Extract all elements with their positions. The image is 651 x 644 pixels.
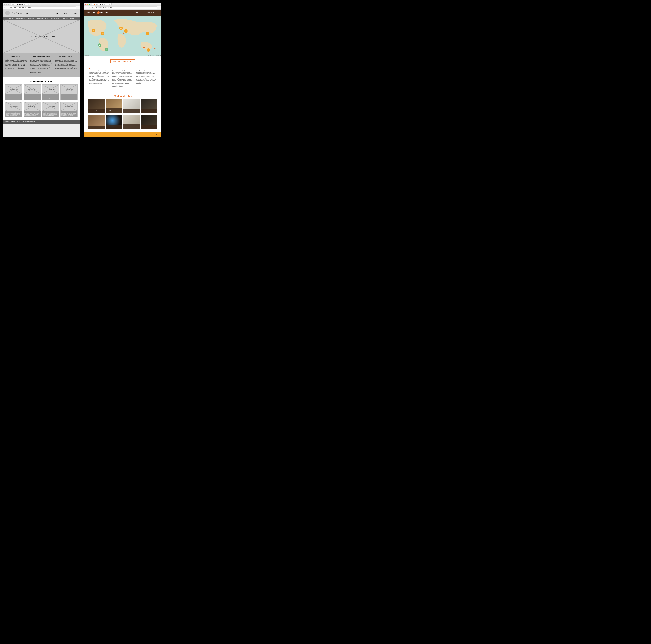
titlebar: TheFramebuilders ×: [3, 3, 80, 6]
close-icon[interactable]: ×: [110, 4, 110, 5]
insta-card[interactable]: INSTAGRAM FEEDLorem ipsum dolor sit amet…: [60, 84, 78, 100]
nav-list[interactable]: LIST: [142, 12, 145, 13]
footer: © 2018 THE FRAMEBUILDERS | ALL RIGHTS RE…: [3, 120, 80, 124]
view-list-button[interactable]: VIEW AS COUNTRY LIST: [110, 59, 135, 63]
main-nav: ABOUT LIST CONTACT: [134, 12, 158, 14]
reload-icon[interactable]: ⟳: [10, 7, 12, 9]
nav-about[interactable]: ABOUT: [64, 12, 68, 14]
back-icon[interactable]: ←: [85, 7, 87, 9]
favicon-icon: [94, 4, 95, 5]
insta-card[interactable]: @demon frameworks and their great lugs. …: [141, 115, 157, 129]
filter-steel[interactable]: STEEL FRAMES: [16, 18, 23, 19]
terms-link[interactable]: Terms of Use: [155, 55, 161, 56]
filter-bar: SHOW ALL| STEEL FRAMES| TITANIUM FRAMES|…: [3, 17, 80, 20]
insta-card[interactable]: INSTAGRAM FEEDLorem ipsum dolor sit amet…: [24, 101, 41, 118]
map-pin-icon[interactable]: [154, 48, 156, 50]
instagram-grid: INSTAGRAM FEEDLorem ipsum dolor sit amet…: [3, 84, 80, 120]
col-database: LOCAL AND GLOBAL DATABASEThis map was cr…: [113, 67, 133, 87]
map-label: CUSTOMIZED GOOGLE MAP: [3, 20, 80, 53]
instagram-grid: This is framebuilder @pedalinobikes from…: [84, 99, 161, 132]
nav-contact[interactable]: CONTACT: [71, 12, 78, 14]
map-credits: Map data ©2018 Terms of Use: [148, 55, 161, 56]
insta-card[interactable]: INSTAGRAM FEEDLorem ipsum dolor sit amet…: [60, 101, 78, 118]
logo-badge-icon: F: [97, 11, 100, 14]
insta-card[interactable]: @tomii cycles from Austin, Texas ✦ #thef…: [141, 99, 157, 114]
map-pin-icon[interactable]: [123, 32, 125, 34]
main-nav: SEARCH ABOUT CONTACT: [56, 12, 78, 14]
close-icon[interactable]: ×: [28, 4, 29, 5]
search-icon[interactable]: [156, 12, 158, 14]
url-field[interactable]: https://theframebuilders.com/: [95, 6, 157, 9]
filter-schools[interactable]: FRAMEBUILDING SCHOOLS: [62, 18, 74, 19]
filter-bamboo[interactable]: BAMBOO FRAMES: [51, 18, 59, 19]
insta-card[interactable]: Custom frame builder @bilenkycycleworks …: [106, 99, 122, 114]
google-map[interactable]: 39686610121027 Google Map data ©2018 Ter…: [84, 16, 161, 56]
svg-point-7: [155, 48, 155, 49]
google-logo: Google: [85, 55, 89, 56]
logo[interactable]: THE FRAME F BUILDERS: [87, 11, 108, 14]
nav-contact[interactable]: CONTACT: [147, 12, 154, 13]
col-help: HELP US GROW THIS LIST!Our goal is to co…: [136, 67, 156, 87]
titlebar: TheFramebuilders ×: [84, 3, 161, 6]
site-title: The Framebuilders: [11, 12, 29, 14]
forward-icon[interactable]: →: [7, 7, 9, 9]
nav-about[interactable]: ABOUT: [134, 12, 139, 13]
insta-card[interactable]: INSTAGRAM FEEDLorem ipsum dolor sit amet…: [5, 84, 22, 100]
menu-icon[interactable]: ⋮: [77, 7, 79, 9]
address-bar: ← → ⟳ https://theframebuilders.com/ ⋮: [84, 6, 161, 9]
tab-title: TheFramebuilders: [96, 4, 106, 5]
col-help: HELP US GROW THIS LIST!Our goal is to co…: [55, 56, 78, 73]
logo-placeholder[interactable]: [5, 11, 10, 16]
insta-card[interactable]: This is framebuilder @pedalinobikes from…: [88, 99, 104, 114]
col-quality: QUALITY AND CRAFTMany people believe the…: [5, 56, 28, 73]
info-columns: QUALITY AND CRAFTMany people believe the…: [84, 66, 161, 92]
instagram-icon[interactable]: [156, 134, 158, 136]
filter-titanium[interactable]: TITANIUM FRAMES: [26, 18, 34, 19]
map-placeholder[interactable]: CUSTOMIZED GOOGLE MAP: [3, 20, 80, 53]
browser-tab[interactable]: TheFramebuilders ×: [92, 3, 112, 5]
instagram-title: #TheFramebuilders: [84, 92, 161, 99]
url-field[interactable]: https://theframebuilders.com/: [13, 6, 76, 9]
window-controls[interactable]: [4, 4, 9, 5]
svg-text:F: F: [98, 12, 99, 13]
reload-icon[interactable]: ⟳: [91, 7, 93, 9]
forward-icon[interactable]: →: [88, 7, 90, 9]
map-pin-icon[interactable]: [143, 47, 145, 49]
tab-title: TheFramebuilders: [14, 4, 25, 5]
map-cluster[interactable]: 7: [105, 48, 108, 51]
svg-point-3: [124, 33, 124, 33]
footer: © 2018 THE FRAMEBUILDERS | ALL RIGHTS RE…: [84, 132, 161, 137]
favicon-icon: [12, 4, 13, 5]
map-cluster[interactable]: 66: [119, 27, 123, 30]
insta-card[interactable]: Today @waterfordbikes from Wisconsin ✦ #…: [123, 99, 140, 114]
address-bar: ← → ⟳ https://theframebuilders.com/ ⋮: [3, 6, 80, 9]
map-cluster[interactable]: 2: [98, 43, 101, 47]
browser-window-color: TheFramebuilders × ← → ⟳ https://thefram…: [84, 3, 161, 137]
col-quality: QUALITY AND CRAFTMany people believe the…: [89, 67, 110, 87]
browser-window-wireframe: TheFramebuilders × ← → ⟳ https://thefram…: [3, 3, 80, 137]
insta-card[interactable]: INSTAGRAM FEEDLorem ipsum dolor sit amet…: [5, 101, 22, 118]
info-columns: QUALITY AND CRAFTMany people believe the…: [3, 53, 80, 77]
insta-card[interactable]: INSTAGRAM FEEDLorem ipsum dolor sit amet…: [42, 101, 59, 118]
instagram-title: #THEFRAMEBUILDERS: [3, 77, 80, 84]
col-database: LOCAL AND GLOBAL DATABASEThis map was cr…: [30, 56, 53, 73]
nav-search[interactable]: SEARCH: [56, 12, 61, 14]
back-icon[interactable]: ←: [4, 7, 6, 9]
filter-all[interactable]: SHOW ALL: [9, 18, 13, 19]
insta-card[interactable]: @gallusdude ✦ from Denver CA, ✦ #thefram…: [88, 115, 104, 129]
filter-carbon[interactable]: CARBON FIBER FRAMES: [37, 18, 48, 19]
menu-icon[interactable]: ⋮: [158, 7, 160, 9]
site-header: THE FRAME F BUILDERS ABOUT LIST CONTACT: [84, 9, 161, 16]
browser-tab[interactable]: TheFramebuilders ×: [11, 3, 30, 5]
insta-card[interactable]: INSTAGRAM FEEDLorem ipsum dolor sit amet…: [24, 84, 41, 100]
cta-row: VIEW AS COUNTRY LIST: [84, 56, 161, 66]
insta-card[interactable]: From Australia! @devlincustomcycles #the…: [106, 115, 122, 129]
window-controls[interactable]: [85, 4, 90, 5]
insta-card[interactable]: Handcrafted bicycles, made in Yorkshire.…: [123, 115, 140, 129]
insta-card[interactable]: INSTAGRAM FEEDLorem ipsum dolor sit amet…: [42, 84, 59, 100]
site-header: The Framebuilders SEARCH ABOUT CONTACT: [3, 9, 80, 17]
